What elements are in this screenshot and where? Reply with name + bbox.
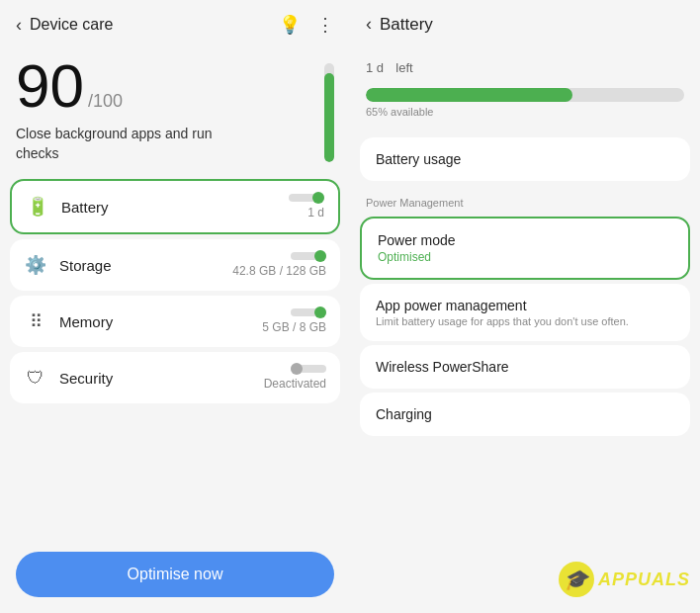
storage-toggle[interactable] [291,252,326,260]
left-header-title: Device care [30,16,113,34]
memory-toggle[interactable] [291,308,326,316]
battery-available-text: 65% available [366,106,684,118]
bulb-icon[interactable]: 💡 [279,14,301,36]
score-max: /100 [88,91,123,111]
battery-icon: 🔋 [26,196,49,218]
wireless-powershare-title: Wireless PowerShare [376,359,674,375]
power-mode-card[interactable]: Power mode Optimised [360,217,690,280]
score-left: 90/100 Close background apps and run che… [16,55,214,163]
care-item-battery[interactable]: 🔋 Battery 1 d [10,179,340,234]
memory-toggle-knob [314,306,326,318]
care-item-battery-right: 1 d [289,194,324,219]
storage-label: Storage [59,257,112,274]
battery-time-section: 1 d left 65% available [350,44,700,130]
care-item-memory-left: ⠿ Memory [24,310,113,332]
charging-card[interactable]: Charging [360,393,690,436]
memory-label: Memory [59,313,113,330]
battery-time-value: 1 d [366,60,384,75]
storage-value: 42.8 GB / 128 GB [232,264,326,278]
left-header-icons: 💡 ⋮ [279,14,334,36]
care-item-memory[interactable]: ⠿ Memory 5 GB / 8 GB [10,296,340,347]
back-icon[interactable]: ‹ [16,15,22,36]
security-icon: 🛡 [24,368,47,389]
right-header-title: Battery [380,15,433,35]
battery-toggle-knob [312,192,324,204]
score-vertical-bar [324,63,334,162]
security-value: Deactivated [264,377,326,391]
watermark-text: APPUALS [598,569,690,590]
battery-progress-bar [366,88,684,102]
care-item-security-left: 🛡 Security [24,368,113,389]
battery-progress-fill [366,88,572,102]
score-section: 90/100 Close background apps and run che… [0,45,350,179]
care-item-security-right: Deactivated [264,365,326,391]
app-power-subtitle: Limit battery usage for apps that you do… [376,315,674,327]
security-toggle[interactable] [291,365,326,373]
watermark-icon: 🎓 [559,562,594,597]
score-description: Close background apps and run checks [16,125,214,163]
watermark: 🎓 APPUALS [559,562,690,597]
battery-time-suffix: left [395,60,412,75]
security-label: Security [59,370,113,387]
battery-toggle[interactable] [289,194,324,202]
optimise-button[interactable]: Optimise now [16,552,334,597]
right-back-icon[interactable]: ‹ [366,14,372,35]
power-management-label: Power Management [360,185,690,213]
battery-value: 1 d [307,206,324,219]
battery-usage-title: Battery usage [376,151,674,167]
care-item-storage-left: ⚙️ Storage [24,254,112,276]
right-cards: Battery usage Power Management Power mod… [350,130,700,444]
care-item-storage-right: 42.8 GB / 128 GB [232,252,326,278]
charging-title: Charging [376,406,674,422]
power-mode-title: Power mode [378,232,672,248]
app-power-management-card[interactable]: App power management Limit battery usage… [360,284,690,341]
memory-value: 5 GB / 8 GB [262,320,326,334]
score-bar-fill [324,73,334,162]
right-header: ‹ Battery [350,0,700,44]
care-item-memory-right: 5 GB / 8 GB [262,308,326,334]
app-power-title: App power management [376,298,674,313]
right-panel: ‹ Battery 1 d left 65% available Battery… [350,0,700,613]
battery-time-label: 1 d left [366,52,684,78]
power-mode-subtitle: Optimised [378,250,672,264]
memory-icon: ⠿ [24,310,47,332]
left-panel: ‹ Device care 💡 ⋮ 90/100 Close backgroun… [0,0,350,613]
care-item-storage[interactable]: ⚙️ Storage 42.8 GB / 128 GB [10,239,340,291]
score-display: 90/100 [16,55,214,117]
storage-icon: ⚙️ [24,254,47,276]
score-number: 90 [16,51,84,120]
left-header-left: ‹ Device care [16,15,113,36]
storage-toggle-knob [314,250,326,262]
security-toggle-knob [291,363,303,375]
battery-label: Battery [61,199,109,216]
care-items-list: 🔋 Battery 1 d ⚙️ Storage 42.8 GB / 128 G… [0,179,350,542]
power-management-section-label: Power Management [366,197,463,209]
care-item-security[interactable]: 🛡 Security Deactivated [10,352,340,403]
battery-usage-card[interactable]: Battery usage [360,137,690,181]
more-icon[interactable]: ⋮ [316,14,334,36]
wireless-powershare-card[interactable]: Wireless PowerShare [360,345,690,389]
care-item-battery-left: 🔋 Battery [26,196,109,218]
left-header: ‹ Device care 💡 ⋮ [0,0,350,45]
